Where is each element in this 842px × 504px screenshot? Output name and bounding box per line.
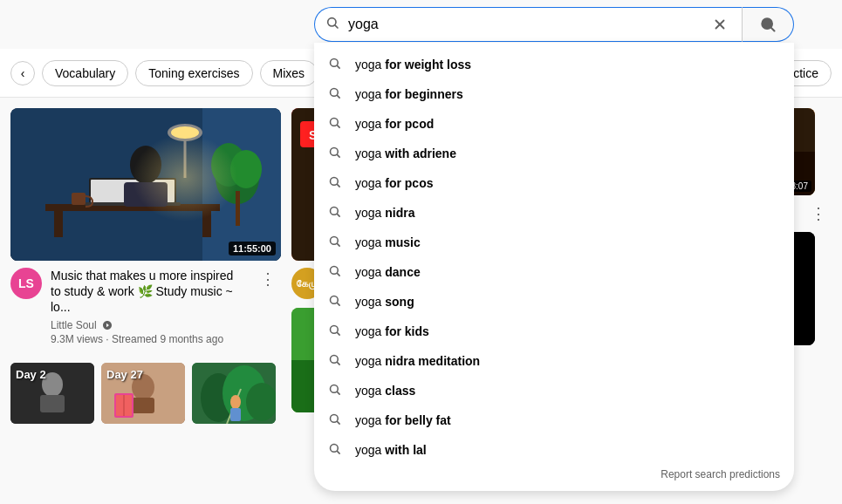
- svg-point-67: [230, 395, 241, 409]
- suggestion-item-6[interactable]: yoga music: [314, 228, 794, 257]
- suggestion-item-8[interactable]: yoga song: [314, 287, 794, 317]
- search-bar: [314, 7, 742, 42]
- day-badge-1: Day 2: [16, 368, 46, 381]
- suggestion-text: yoga for kids: [355, 324, 429, 338]
- video-meta: Music that makes u more inspired to stud…: [51, 268, 246, 345]
- suggestion-search-icon: [328, 383, 341, 398]
- more-options-button[interactable]: ⋮: [255, 268, 281, 290]
- suggestion-text: yoga class: [355, 384, 415, 398]
- svg-line-1: [335, 25, 338, 28]
- svg-line-27: [337, 362, 339, 364]
- suggestion-item-7[interactable]: yoga dance: [314, 257, 794, 287]
- search-submit-button[interactable]: [742, 7, 794, 42]
- suggestion-search-icon: [328, 57, 341, 72]
- suggestion-search-icon: [328, 264, 341, 280]
- suggestion-text: yoga nidra: [355, 206, 414, 220]
- suggestion-text: yoga nidra meditation: [355, 354, 480, 368]
- bottom-thumbnails-row: Day 2 Day 27: [10, 363, 281, 424]
- svg-rect-68: [230, 408, 241, 421]
- svg-rect-53: [72, 193, 86, 205]
- day-badge-2: Day 27: [106, 368, 143, 381]
- main-video-thumbnail[interactable]: ⌘: [10, 108, 281, 261]
- svg-line-9: [337, 95, 339, 98]
- suggestion-item-5[interactable]: yoga nidra: [314, 198, 794, 228]
- report-predictions-link[interactable]: Report search predictions: [314, 465, 794, 480]
- suggestion-search-icon: [328, 353, 341, 369]
- suggestion-search-icon: [328, 146, 341, 161]
- svg-line-5: [771, 28, 775, 31]
- suggestion-text: yoga for belly fat: [355, 413, 451, 427]
- suggestion-search-icon: [328, 205, 341, 221]
- suggestion-item-12[interactable]: yoga for belly fat: [314, 405, 794, 435]
- suggestion-text: yoga with lal: [355, 443, 427, 457]
- svg-line-31: [337, 421, 339, 424]
- svg-line-21: [337, 273, 339, 276]
- svg-line-33: [337, 451, 339, 453]
- video-info: LS Music that makes u more inspired to s…: [10, 261, 281, 352]
- suggestion-item-4[interactable]: yoga for pcos: [314, 168, 794, 198]
- suggestion-item-1[interactable]: yoga for beginners: [314, 79, 794, 109]
- svg-rect-41: [54, 211, 63, 237]
- suggestion-search-icon: [328, 116, 341, 132]
- suggestion-item-9[interactable]: yoga for kids: [314, 317, 794, 346]
- svg-line-29: [337, 392, 339, 394]
- video-title: Music that makes u more inspired to stud…: [51, 268, 246, 316]
- suggestion-search-icon: [328, 175, 341, 191]
- svg-line-23: [337, 303, 339, 305]
- search-container: yoga for weight loss yoga for beginners …: [314, 7, 785, 42]
- video-stats: 9.3M views · Streamed 9 months ago: [51, 333, 246, 345]
- svg-line-25: [337, 332, 339, 335]
- suggestion-item-0[interactable]: yoga for weight loss: [314, 50, 794, 79]
- suggestion-search-icon: [328, 412, 341, 428]
- left-column: ⌘: [10, 108, 281, 494]
- suggestion-search-icon: [328, 294, 341, 310]
- filter-chip-mixes[interactable]: Mixes: [260, 60, 318, 86]
- svg-rect-56: [40, 395, 65, 412]
- suggestion-text: yoga for pcos: [355, 176, 433, 190]
- suggestion-text: yoga for beginners: [355, 87, 463, 101]
- suggestion-search-icon: [328, 324, 341, 339]
- suggestion-item-2[interactable]: yoga for pcod: [314, 109, 794, 139]
- suggestion-text: yoga for weight loss: [355, 58, 471, 72]
- search-input[interactable]: [348, 17, 709, 32]
- small-thumb-3[interactable]: [192, 363, 276, 424]
- suggestion-item-10[interactable]: yoga nidra meditation: [314, 346, 794, 376]
- search-icon-left: [325, 16, 339, 33]
- svg-line-17: [337, 214, 339, 216]
- small-thumb-1[interactable]: Day 2: [10, 363, 94, 424]
- svg-line-15: [337, 184, 339, 187]
- right-more-options-button[interactable]: ⋮: [805, 202, 832, 225]
- suggestion-search-icon: [328, 86, 341, 102]
- suggestion-item-11[interactable]: yoga class: [314, 376, 794, 405]
- svg-line-11: [337, 125, 339, 127]
- suggestion-text: yoga dance: [355, 265, 421, 279]
- small-thumb-2[interactable]: Day 27: [101, 363, 185, 424]
- channel-name: Little Soul: [51, 319, 246, 331]
- clear-button[interactable]: [709, 13, 731, 36]
- chip-nav-left-button[interactable]: ‹: [10, 61, 35, 85]
- suggestion-text: yoga with adriene: [355, 146, 456, 160]
- video-duration: 11:55:00: [229, 242, 276, 255]
- search-dropdown: yoga for weight loss yoga for beginners …: [314, 43, 794, 491]
- suggestion-search-icon: [328, 235, 341, 250]
- channel-avatar[interactable]: LS: [10, 268, 42, 299]
- filter-chip-toning[interactable]: Toning exercises: [135, 60, 252, 86]
- svg-rect-39: [236, 191, 240, 226]
- svg-line-7: [337, 65, 339, 68]
- svg-rect-59: [132, 398, 154, 413]
- main-video-card: ⌘: [10, 108, 281, 352]
- suggestion-text: yoga music: [355, 235, 421, 249]
- suggestion-item-3[interactable]: yoga with adriene: [314, 139, 794, 168]
- svg-point-52: [133, 134, 237, 221]
- svg-line-19: [337, 243, 339, 246]
- suggestion-item-13[interactable]: yoga with lal: [314, 435, 794, 465]
- svg-line-13: [337, 154, 339, 157]
- suggestion-text: yoga for pcod: [355, 117, 434, 131]
- suggestion-text: yoga song: [355, 295, 414, 309]
- filter-chip-vocabulary[interactable]: Vocabulary: [42, 60, 128, 86]
- suggestion-search-icon: [328, 442, 341, 458]
